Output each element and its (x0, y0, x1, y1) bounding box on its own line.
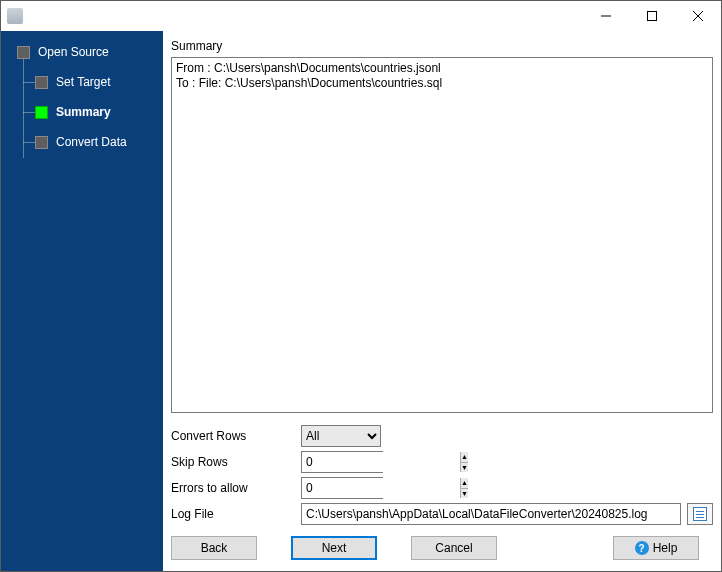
app-icon (7, 8, 23, 24)
spin-up-icon[interactable]: ▲ (461, 478, 468, 489)
spin-up-icon[interactable]: ▲ (461, 452, 468, 463)
step-box-icon (35, 76, 48, 89)
convert-rows-label: Convert Rows (171, 429, 301, 443)
errors-allow-label: Errors to allow (171, 481, 301, 495)
wizard-sidebar: Open Source Set Target Summary Convert D… (1, 31, 163, 571)
step-box-icon (35, 106, 48, 119)
skip-rows-stepper[interactable]: ▲ ▼ (301, 451, 383, 473)
skip-rows-input[interactable] (302, 452, 460, 472)
step-box-icon (17, 46, 30, 59)
sidebar-item-set-target[interactable]: Set Target (1, 67, 163, 97)
sidebar-item-summary[interactable]: Summary (1, 97, 163, 127)
log-file-label: Log File (171, 507, 301, 521)
next-button[interactable]: Next (291, 536, 377, 560)
step-box-icon (35, 136, 48, 149)
sidebar-item-label: Set Target (56, 75, 110, 89)
convert-rows-select[interactable]: All (301, 425, 381, 447)
sidebar-item-label: Convert Data (56, 135, 127, 149)
sidebar-item-label: Open Source (38, 45, 109, 59)
errors-allow-input[interactable] (302, 478, 460, 498)
minimize-button[interactable] (583, 1, 629, 31)
back-button[interactable]: Back (171, 536, 257, 560)
close-button[interactable] (675, 1, 721, 31)
footer: Back Next Cancel ? Help (171, 525, 713, 571)
sidebar-item-label: Summary (56, 105, 111, 119)
document-icon (693, 507, 707, 521)
help-icon: ? (635, 541, 649, 555)
skip-rows-label: Skip Rows (171, 455, 301, 469)
spin-down-icon[interactable]: ▼ (461, 489, 468, 499)
spin-down-icon[interactable]: ▼ (461, 463, 468, 473)
options-panel: Convert Rows All Skip Rows ▲ ▼ (171, 425, 713, 525)
body: Open Source Set Target Summary Convert D… (1, 31, 721, 571)
cancel-button[interactable]: Cancel (411, 536, 497, 560)
titlebar (1, 1, 721, 31)
svg-rect-1 (648, 12, 657, 21)
wizard-window: Open Source Set Target Summary Convert D… (0, 0, 722, 572)
summary-heading: Summary (171, 39, 713, 53)
browse-log-button[interactable] (687, 503, 713, 525)
maximize-button[interactable] (629, 1, 675, 31)
errors-allow-stepper[interactable]: ▲ ▼ (301, 477, 383, 499)
sidebar-item-open-source[interactable]: Open Source (1, 37, 163, 67)
log-file-input[interactable] (301, 503, 681, 525)
summary-textarea[interactable]: From : C:\Users\pansh\Documents\countrie… (171, 57, 713, 413)
help-button[interactable]: ? Help (613, 536, 699, 560)
main-panel: Summary From : C:\Users\pansh\Documents\… (163, 31, 721, 571)
sidebar-item-convert-data[interactable]: Convert Data (1, 127, 163, 157)
